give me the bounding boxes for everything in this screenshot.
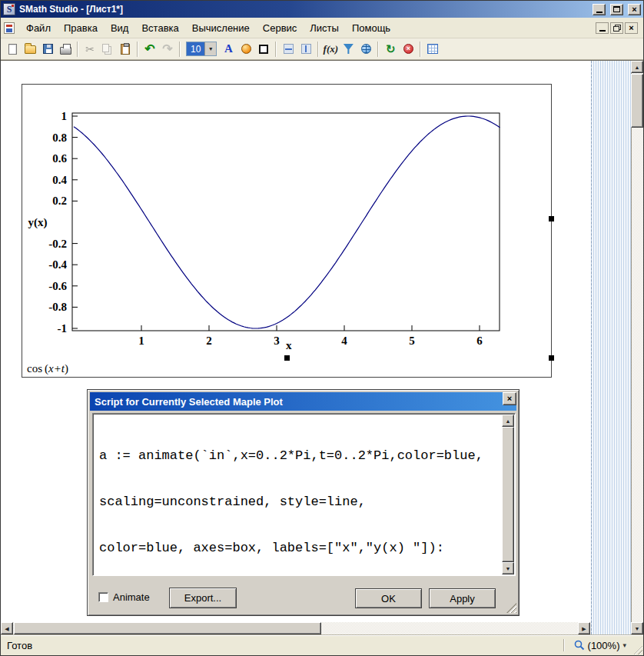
menu-edit[interactable]: Правка — [58, 19, 104, 37]
new-document-button[interactable] — [4, 41, 21, 58]
scroll-up-button[interactable]: ▲ — [502, 415, 514, 427]
recalculate-button[interactable]: ↻ — [382, 41, 399, 58]
code-line: scaling=unconstrained, style=line, — [99, 494, 496, 510]
menu-tools[interactable]: Сервис — [257, 19, 304, 37]
document-icon[interactable] — [4, 22, 15, 34]
script-scrollbar-thumb[interactable] — [502, 427, 514, 562]
font-size-value: 10 — [187, 42, 204, 55]
work-area: 12345610.80.60.40.2-0.2-0.4-0.6-0.8-1y(x… — [1, 60, 643, 634]
color-button[interactable] — [237, 41, 254, 58]
web-button[interactable] — [357, 41, 374, 58]
align-vertical-icon — [301, 44, 311, 54]
mdi-minimize-button[interactable] — [596, 22, 609, 34]
interrupt-button[interactable]: × — [400, 41, 417, 58]
export-button[interactable]: Export... — [169, 588, 237, 608]
app-icon[interactable]: S — [3, 3, 15, 15]
app-window: S SMath Studio - [Лист1*] × Файл Правка … — [0, 0, 644, 656]
chevron-down-icon[interactable]: ▾ — [204, 42, 216, 55]
horizontal-scrollbar-thumb[interactable] — [14, 622, 321, 634]
svg-text:y(x): y(x) — [28, 216, 48, 229]
font-button[interactable]: A — [220, 41, 237, 58]
chevron-down-icon[interactable]: ▾ — [622, 641, 626, 649]
window-title: SMath Studio - [Лист1*] — [19, 4, 588, 15]
menu-view[interactable]: Вид — [105, 19, 135, 37]
table-button[interactable] — [424, 41, 441, 58]
vertical-scrollbar-thumb[interactable] — [631, 74, 643, 128]
formula-expression[interactable]: cos(x+t) — [27, 362, 68, 375]
mdi-close-button[interactable]: × — [625, 22, 638, 34]
menu-help[interactable]: Помощь — [346, 19, 397, 37]
scissors-icon: ✂ — [85, 44, 95, 55]
scroll-down-button[interactable]: ▼ — [502, 562, 514, 574]
dialog-title: Script for Currently Selected Maple Plot — [95, 396, 283, 408]
svg-text:0.4: 0.4 — [52, 174, 67, 186]
align-vertical-button[interactable] — [297, 41, 314, 58]
scroll-up-button[interactable]: ▲ — [631, 61, 643, 73]
svg-text:3: 3 — [274, 335, 280, 347]
save-button[interactable] — [39, 41, 56, 58]
script-code[interactable]: a := animate(`in`,x=0..2*Pi,t=0..2*Pi,co… — [95, 415, 500, 574]
toolbar-separator — [77, 42, 78, 57]
toolbar-separator — [137, 42, 138, 57]
resize-handle-corner[interactable] — [549, 355, 554, 361]
scroll-left-button[interactable]: ◀ — [1, 622, 13, 634]
close-button[interactable]: × — [628, 4, 641, 15]
horizontal-scrollbar[interactable]: ◀ ▶ — [1, 622, 590, 634]
align-horizontal-button[interactable] — [280, 41, 297, 58]
script-scrollbar[interactable]: ▲ ▼ — [502, 415, 514, 574]
dialog-title-bar[interactable]: Script for Currently Selected Maple Plot — [90, 392, 516, 411]
new-document-icon — [8, 44, 17, 55]
filter-button[interactable] — [340, 41, 357, 58]
menu-calculation[interactable]: Вычисление — [186, 19, 256, 37]
resize-handle-bottom[interactable] — [284, 355, 290, 361]
title-bar[interactable]: S SMath Studio - [Лист1*] × — [1, 1, 643, 18]
toolbar: ✂ ↶ ↷ 10 ▾ A f(x) ↻ × — [1, 38, 643, 60]
print-button[interactable] — [57, 41, 74, 58]
worksheet-canvas[interactable]: 12345610.80.60.40.2-0.2-0.4-0.6-0.8-1y(x… — [1, 61, 631, 634]
menu-sheets[interactable]: Листы — [304, 19, 345, 37]
scroll-down-button[interactable]: ▼ — [631, 622, 643, 634]
zoom-icon — [574, 640, 585, 651]
toolbar-separator — [420, 42, 421, 57]
ok-button[interactable]: OK — [355, 588, 422, 608]
resize-handle-right[interactable] — [549, 216, 554, 221]
zoom-level: (100%) — [588, 640, 620, 651]
menu-file[interactable]: Файл — [20, 19, 57, 37]
scroll-right-button[interactable]: ▶ — [578, 622, 590, 634]
copy-button[interactable] — [99, 41, 116, 58]
undo-button[interactable]: ↶ — [141, 41, 158, 58]
cut-button[interactable]: ✂ — [81, 41, 98, 58]
svg-text:1: 1 — [138, 335, 144, 347]
function-button[interactable]: f(x) — [322, 41, 339, 58]
stop-icon: × — [403, 44, 413, 54]
vertical-scrollbar[interactable]: ▲ ▼ — [631, 61, 643, 634]
open-file-button[interactable] — [22, 41, 38, 58]
paste-button[interactable] — [117, 41, 134, 58]
arrow-down-icon: ▼ — [635, 626, 640, 631]
code-line: color=blue, axes=box, labels=["x","y(x) … — [99, 541, 496, 556]
align-horizontal-icon — [284, 44, 294, 54]
svg-text:-0.8: -0.8 — [48, 301, 67, 313]
animate-checkbox[interactable] — [98, 592, 108, 602]
maximize-button[interactable] — [610, 4, 623, 15]
svg-text:6: 6 — [476, 335, 483, 347]
apply-button[interactable]: Apply — [429, 588, 496, 608]
toolbar-separator — [275, 42, 277, 57]
menu-insert[interactable]: Вставка — [135, 19, 184, 37]
script-dialog: Script for Currently Selected Maple Plot… — [87, 389, 520, 616]
font-size-combo[interactable]: 10 ▾ — [186, 42, 217, 56]
toolbar-separator — [377, 42, 379, 57]
redo-button[interactable]: ↷ — [159, 41, 176, 58]
maple-plot[interactable]: 12345610.80.60.40.2-0.2-0.4-0.6-0.8-1y(x… — [22, 85, 551, 358]
dialog-resize-grip[interactable] — [506, 603, 516, 613]
zoom-control[interactable]: (100%) ▾ — [563, 639, 637, 651]
svg-text:4: 4 — [341, 335, 347, 347]
plot-region[interactable]: 12345610.80.60.40.2-0.2-0.4-0.6-0.8-1y(x… — [22, 84, 552, 378]
open-folder-icon — [25, 45, 36, 54]
script-editor[interactable]: a := animate(`in`,x=0..2*Pi,t=0..2*Pi,co… — [92, 413, 516, 576]
border-button[interactable] — [255, 41, 272, 58]
mdi-restore-button[interactable] — [610, 22, 623, 34]
maximize-icon — [613, 6, 620, 12]
dialog-close-button[interactable]: × — [503, 392, 516, 405]
minimize-button[interactable] — [593, 4, 606, 15]
